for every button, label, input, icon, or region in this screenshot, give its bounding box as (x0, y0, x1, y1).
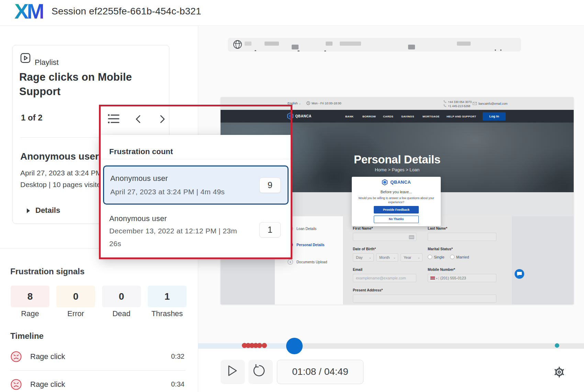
mobile-label: Mobile Number* (428, 267, 455, 272)
rage-click-icon (11, 351, 22, 362)
site-hours: Mon - Fri 10:00-18:00 (306, 97, 341, 110)
site-nav-help[interactable]: HELP AND SUPPORT (447, 115, 476, 118)
signal-label-rage: Rage (11, 309, 49, 318)
timeline-event-time: 0:32 (171, 353, 184, 360)
session-title: Session ef2255fe-661b-454c-b321 (52, 6, 201, 17)
site-step1-label[interactable]: Loan Details (296, 227, 316, 231)
timeline-event-time: 0:34 (171, 380, 184, 388)
rage-marker[interactable] (262, 343, 267, 348)
details-toggle[interactable]: Details (26, 206, 60, 215)
timeline-event-label: Rage click (30, 352, 65, 361)
site-phone1: +44 330 054 3073 (443, 100, 472, 104)
modal-brand: QBANCA (352, 179, 441, 185)
settings-gear-icon[interactable] (552, 365, 567, 380)
single-radio[interactable] (428, 255, 432, 259)
modal-line1: Would you be willing to answer a few que… (352, 196, 441, 200)
xm-logo: XM (14, 0, 43, 23)
signal-chip-error: 0 (56, 286, 95, 307)
time-display: 01:08 / 04:49 (277, 360, 363, 384)
session-date: April 27, 2023 at 3:24 PM (20, 167, 105, 179)
app: XM Session ef2255fe-661b-454c-b321 Playl… (0, 0, 584, 392)
last-name-label: Last Name* (428, 226, 447, 230)
session-user: Anonymous user (20, 151, 99, 162)
details-label: Details (35, 206, 60, 215)
input-icon (409, 235, 414, 239)
timeline-event-row[interactable]: Rage click 0:32 (10, 346, 184, 367)
globe-icon (233, 40, 242, 49)
thrash-marker[interactable] (555, 343, 559, 348)
site-nav-cards[interactable]: CARDS (383, 115, 393, 118)
site-nav-savings[interactable]: SAVINGS (401, 115, 414, 118)
site-email: bancainfo@email.com (473, 102, 507, 105)
site-nav-mortgage[interactable]: MORTGAGE (423, 115, 440, 118)
signal-chip-dead: 0 (102, 286, 141, 307)
no-thanks-button[interactable]: No Thanks (374, 216, 419, 223)
session-device: Desktop | 10 pages visited (20, 179, 105, 191)
site-phone2: +1 445-213-5268 (443, 104, 470, 108)
modal-title: Before you leave... (352, 190, 441, 194)
timeline-divider (10, 370, 186, 371)
session-meta: April 27, 2023 at 3:24 PM Desktop | 10 p… (20, 167, 105, 191)
dob-year-select[interactable]: Year⌄ (401, 253, 423, 262)
timeline-event-label: Rage click (30, 380, 65, 389)
rewind-button[interactable] (248, 360, 273, 384)
married-label: Married (456, 255, 469, 259)
timeline-event-row[interactable]: Rage click 0:34 (10, 374, 184, 392)
signal-label-error: Error (56, 309, 95, 318)
signal-chip-rage: 8 (11, 286, 49, 307)
signal-chip-thrashes: 1 (148, 286, 187, 307)
dob-label: Date of Birth* (353, 247, 376, 251)
address-label: Present Address* (353, 288, 383, 292)
chat-bubble-button[interactable] (515, 269, 524, 279)
feedback-modal: QBANCA Before you leave... Would you be … (352, 177, 441, 226)
playlist-title: Rage clicks on Mobile Support (19, 70, 143, 99)
rage-marker[interactable] (257, 343, 262, 348)
playlist-position: 1 of 2 (21, 113, 43, 123)
svg-text:3: 3 (290, 261, 291, 264)
rage-click-icon (11, 379, 22, 390)
timeline-heading: Timeline (10, 331, 44, 341)
site-nav-bank[interactable]: BANK (345, 115, 353, 118)
signal-label-thrashes: Thrashes (148, 309, 187, 318)
playhead[interactable] (286, 338, 303, 354)
playlist-label: Playlist (35, 58, 59, 67)
dob-day-select[interactable]: Day⌄ (353, 253, 374, 262)
first-name-label: First Name* (353, 226, 373, 230)
site-step2-label[interactable]: Personal Details (296, 243, 325, 247)
email-label: Email (353, 267, 362, 272)
site-nav-borrow[interactable]: BORROW (362, 115, 376, 118)
app-header: XM Session ef2255fe-661b-454c-b321 (0, 0, 584, 26)
signal-label-dead: Dead (102, 309, 141, 318)
browser-toolbar-skeleton (228, 38, 521, 51)
annotation-highlight-rect (99, 105, 292, 259)
signals-heading: Frustration signals (10, 267, 85, 276)
married-radio[interactable] (450, 255, 454, 259)
dob-month-select[interactable]: Month⌄ (376, 253, 398, 262)
site-login-button[interactable]: Log In (483, 112, 506, 120)
single-label: Single (434, 255, 445, 259)
first-name-input[interactable] (353, 233, 416, 241)
last-name-input[interactable] (428, 233, 496, 241)
provide-feedback-button[interactable]: Provide Feedback (374, 206, 419, 214)
modal-line2: experience? (352, 200, 441, 204)
address-input[interactable] (353, 295, 496, 303)
marital-label: Marital Status* (428, 247, 453, 251)
mobile-input[interactable]: ▾ | (201) 555-0123 (428, 274, 496, 282)
playlist-icon (20, 53, 31, 63)
site-step3-label[interactable]: Documents Upload (296, 260, 327, 264)
step3-circle: 3 (288, 259, 293, 265)
play-button[interactable] (221, 360, 245, 384)
details-caret-icon (26, 208, 31, 214)
email-input[interactable]: examplename@example.com (353, 274, 416, 282)
